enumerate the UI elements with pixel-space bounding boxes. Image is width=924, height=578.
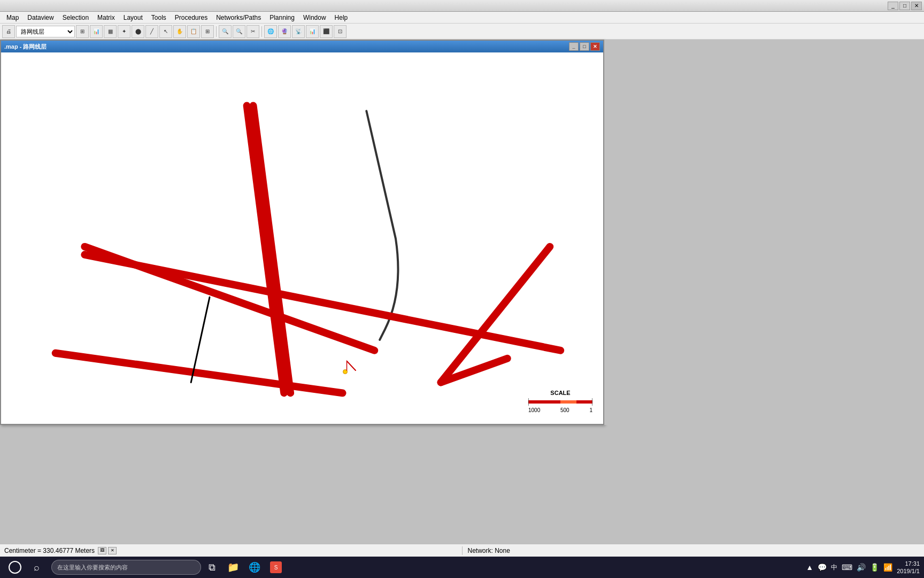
folder-icon: 📁 (227, 561, 239, 573)
chart-button[interactable]: 📊 (90, 25, 103, 38)
tray-battery[interactable]: 🔋 (870, 563, 879, 572)
svg-rect-12 (560, 400, 576, 404)
menu-map[interactable]: Map (2, 13, 23, 22)
scale-bar: SCALE 1000 500 1 (528, 390, 592, 413)
map-canvas[interactable]: SCALE 1000 500 1 (1, 52, 603, 424)
cursor-button[interactable]: ↖ (159, 25, 172, 38)
polygon-select-button[interactable]: ✦ (118, 25, 130, 38)
menu-help[interactable]: Help (330, 13, 352, 22)
status-network: Network: None (468, 547, 920, 554)
layer-dropdown[interactable]: 路网线层 (16, 26, 75, 37)
toolbar-separator-2 (261, 26, 262, 37)
map-window: .map - 路网线层 _ □ ✕ (0, 40, 604, 425)
map-window-title-bar[interactable]: .map - 路网线层 _ □ ✕ (1, 41, 603, 52)
browser-icon: 🌐 (249, 561, 260, 573)
menu-planning[interactable]: Planning (265, 13, 299, 22)
tray-lang[interactable]: 中 (831, 563, 837, 572)
scale-val-1: 1 (589, 407, 592, 413)
svg-line-0 (247, 105, 284, 393)
tray-arrow[interactable]: ▲ (806, 563, 813, 572)
taskbar: ⌕ 在这里输入你要搜索的内容 ⧉ 📁 🌐 S ▲ 💬 中 ⌨ 🔊 🔋 📶 17:… (0, 557, 924, 578)
map-restore-button[interactable]: □ (580, 42, 589, 51)
pan-button[interactable]: ✂ (247, 25, 259, 38)
tray-network[interactable]: 📶 (883, 563, 892, 572)
restore-button[interactable]: □ (899, 2, 910, 10)
road-network-svg (1, 52, 603, 424)
table-button[interactable]: ⊞ (76, 25, 89, 38)
menu-tools[interactable]: Tools (147, 13, 171, 22)
svg-rect-13 (576, 400, 592, 404)
globe-button[interactable]: 🌐 (264, 25, 277, 38)
close-button[interactable]: ✕ (911, 2, 922, 10)
hand-button[interactable]: ✋ (173, 25, 186, 38)
map-window-controls: _ □ ✕ (569, 42, 600, 51)
status-divider (462, 546, 463, 555)
zoom-in-button[interactable]: 🔍 (219, 25, 232, 38)
title-bar: _ □ ✕ (0, 0, 924, 12)
tray-msg[interactable]: 💬 (818, 563, 827, 572)
task-view-icon: ⧉ (209, 562, 215, 573)
matrix-button[interactable]: 📊 (306, 25, 319, 38)
taskbar-task-view[interactable]: ⧉ (202, 559, 221, 576)
right-panel (604, 40, 924, 425)
zoom-extent-button[interactable]: ⊞ (201, 25, 214, 38)
menu-layout[interactable]: Layout (119, 13, 147, 22)
taskbar-app1[interactable]: S (266, 559, 286, 576)
print-button[interactable]: 🖨 (2, 25, 15, 38)
layer-props-button[interactable]: 📋 (187, 25, 200, 38)
clock-date: 2019/1/1 (897, 567, 920, 575)
taskbar-file-explorer[interactable]: 📁 (224, 559, 243, 576)
tools3-button[interactable]: ⊡ (334, 25, 346, 38)
svg-line-2 (56, 353, 343, 393)
tray-keyboard[interactable]: ⌨ (842, 563, 852, 572)
title-bar-controls: _ □ ✕ (888, 2, 922, 10)
status-bar: Centimeter = 330.46777 Meters 🖼 ✕ Networ… (0, 544, 924, 557)
status-icon-2[interactable]: ✕ (108, 547, 117, 554)
start-button[interactable] (4, 559, 26, 576)
scale-numbers: 1000 500 1 (528, 407, 592, 413)
menu-window[interactable]: Window (299, 13, 330, 22)
menu-networks-paths[interactable]: Networks/Paths (212, 13, 265, 22)
scale-label: SCALE (528, 390, 592, 396)
status-icon-1[interactable]: 🖼 (98, 547, 106, 554)
line-select-button[interactable]: ╱ (145, 25, 158, 38)
menu-selection[interactable]: Selection (58, 13, 93, 22)
scale-val-1000: 1000 (528, 407, 540, 413)
toolbar: 🖨 路网线层 ⊞ 📊 ▦ ✦ ⬤ ╱ ↖ ✋ 📋 ⊞ 🔍 🔍 ✂ 🌐 🔮 📡 📊… (0, 24, 924, 40)
network-button[interactable]: 📡 (292, 25, 305, 38)
svg-line-4 (84, 255, 560, 351)
taskbar-system-tray: ▲ 💬 中 ⌨ 🔊 🔋 📶 17:31 2019/1/1 (806, 560, 920, 575)
start-circle-icon (9, 561, 21, 574)
system-clock[interactable]: 17:31 2019/1/1 (897, 560, 920, 575)
tray-volume[interactable]: 🔊 (857, 563, 866, 572)
zoom-out-button[interactable]: 🔍 (233, 25, 245, 38)
taskbar-search-bar[interactable]: 在这里输入你要搜索的内容 (51, 560, 201, 575)
menu-dataview[interactable]: Dataview (23, 13, 58, 22)
app1-icon: S (270, 561, 282, 573)
circle-select-button[interactable]: ⬤ (132, 25, 144, 38)
minimize-button[interactable]: _ (888, 2, 898, 10)
svg-rect-11 (528, 400, 560, 404)
taskbar-browser[interactable]: 🌐 (245, 559, 264, 576)
select-button[interactable]: ▦ (104, 25, 117, 38)
scale-graphic (528, 398, 592, 406)
clock-time: 17:31 (897, 560, 920, 567)
status-icons: 🖼 ✕ (98, 547, 117, 554)
taskbar-search-button[interactable]: ⌕ (27, 559, 46, 576)
3d-button[interactable]: 🔮 (278, 25, 291, 38)
status-measurement: Centimeter = 330.46777 Meters (4, 547, 95, 554)
map-window-title-text: .map - 路网线层 (4, 43, 47, 51)
search-placeholder: 在这里输入你要搜索的内容 (57, 564, 128, 572)
toolbar-separator-1 (216, 26, 217, 37)
menu-bar: Map Dataview Selection Matrix Layout Too… (0, 12, 924, 24)
scale-val-500: 500 (560, 407, 569, 413)
menu-matrix[interactable]: Matrix (93, 13, 119, 22)
map-close-button[interactable]: ✕ (590, 42, 600, 51)
status-left: Centimeter = 330.46777 Meters 🖼 ✕ (4, 547, 457, 554)
map-minimize-button[interactable]: _ (569, 42, 579, 51)
tools2-button[interactable]: ⬛ (320, 25, 333, 38)
menu-procedures[interactable]: Procedures (171, 13, 212, 22)
svg-line-1 (253, 105, 291, 393)
search-icon: ⌕ (34, 562, 40, 573)
